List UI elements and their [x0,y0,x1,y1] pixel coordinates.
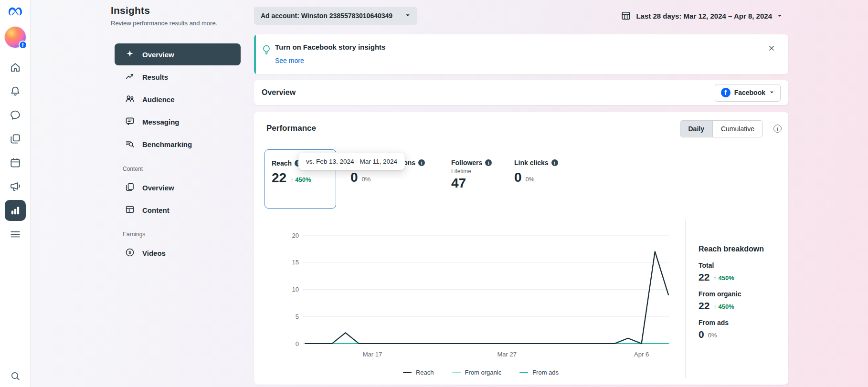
see-more-link[interactable]: See more [275,57,304,64]
sidebar-item-label: Overview [142,51,174,59]
overview-title: Overview [262,88,296,97]
info-icon[interactable]: i [418,159,425,166]
lightbulb-icon [261,44,272,58]
sidebar-item-audience[interactable]: Audience [115,88,241,110]
metric-value: 0 [514,171,522,184]
main-content: Ad account: Winston 23855783010640349 La… [254,0,788,387]
insights-active-tile [5,200,26,221]
toggle-cumulative[interactable]: Cumulative [712,121,762,137]
meta-logo-icon[interactable] [7,6,24,17]
breakdown-label: Total [699,261,782,269]
metric-value: 0 [350,171,358,184]
breakdown-row-organic: From organic 22 ↑ 450% [699,290,782,311]
platform-selector[interactable]: f Facebook [715,84,781,102]
facebook-icon: f [721,88,730,97]
date-range-selector[interactable]: Last 28 days: Mar 12, 2024 – Apr 8, 2024 [621,10,783,21]
section-label-earnings: Earnings [123,231,241,238]
all-tools-menu-icon[interactable] [4,222,27,246]
planner-calendar-icon[interactable] [4,151,27,175]
facebook-badge-icon: f [19,41,27,49]
metric-followers[interactable]: Followers i Lifetime 47 [451,159,492,190]
breakdown-title: Reach breakdown [699,245,782,253]
ad-account-selector[interactable]: Ad account: Winston 23855783010640349 [254,7,417,25]
story-insights-banner: Turn on Facebook story insights See more [254,34,788,74]
page-avatar[interactable]: f [5,27,26,48]
info-icon[interactable]: i [773,125,782,133]
app-root: f Insights [0,0,868,387]
insights-icon[interactable] [4,199,27,222]
info-icon[interactable]: i [485,159,492,166]
platform-label: Facebook [734,89,765,96]
info-icon[interactable]: i [551,159,558,166]
sidebar-item-label: Overview [142,184,174,192]
dollar-circle-icon: $ [125,247,135,259]
chart-legend: Reach From organic From ads [283,369,679,376]
svg-text:Apr 6: Apr 6 [634,351,649,358]
legend-reach[interactable]: Reach [403,369,434,376]
metric-label: Reach [272,159,292,167]
clipboard-icon [125,182,135,194]
sidebar-item-label: Benchmarking [142,140,192,148]
people-icon [125,94,135,105]
svg-text:15: 15 [292,259,299,266]
metric-label: Link clicks [514,159,549,167]
daily-cumulative-toggle: Daily Cumulative [680,120,763,137]
metric-value: 22 [272,171,286,185]
notifications-icon[interactable] [4,79,27,103]
sidebar-item-content-overview[interactable]: Overview [115,177,241,199]
table-grid-icon [125,204,135,216]
left-rail: f [0,0,31,387]
posts-content-icon[interactable] [4,127,27,151]
date-range-label: Last 28 days: Mar 12, 2024 – Apr 8, 2024 [636,12,772,20]
breakdown-value: 22 [699,301,709,311]
up-arrow-icon: ↑ [290,176,294,183]
performance-card: Performance Daily Cumulative i Reach i 2… [254,112,788,385]
svg-text:10: 10 [292,286,299,293]
search-icon[interactable] [0,364,31,387]
sidebar-item-benchmarking[interactable]: Benchmarking [115,133,241,155]
metric-sublabel: Lifetime [451,168,492,175]
banner-title: Turn on Facebook story insights [275,43,385,51]
breakdown-row-total: Total 22 ↑ 450% [699,261,782,282]
benchmark-search-icon [125,138,135,150]
sidebar-item-videos[interactable]: $ Videos [115,242,241,264]
toggle-daily[interactable]: Daily [680,121,712,137]
svg-text:$: $ [128,250,131,255]
metric-delta: 0% [526,176,535,183]
ad-account-label: Ad account: Winston 23855783010640349 [261,12,392,20]
sidebar-item-label: Audience [142,95,175,104]
overview-bar: Overview f Facebook [254,80,788,105]
home-icon[interactable] [4,55,27,79]
caret-down-icon [777,12,783,20]
section-label-content: Content [123,166,241,172]
metric-delta: 450% [295,176,311,183]
legend-swatch [452,372,461,374]
insights-sidebar: Insights Review performance results and … [31,0,254,387]
sidebar-item-label: Messaging [142,118,180,126]
sidebar-nav: Overview Results Audience Messaging Benc… [115,43,241,264]
metric-value: 47 [451,177,466,190]
legend-from-organic[interactable]: From organic [452,369,502,376]
svg-text:20: 20 [292,232,299,239]
legend-swatch [403,372,412,374]
sparkle-icon [125,49,135,61]
sidebar-item-messaging[interactable]: Messaging [115,111,241,133]
reach-breakdown-panel: Reach breakdown Total 22 ↑ 450% From org… [699,245,782,339]
breakdown-value: 22 [699,272,709,282]
sidebar-item-content[interactable]: Content [115,199,241,221]
topbar: Ad account: Winston 23855783010640349 La… [254,7,788,25]
sidebar-item-overview[interactable]: Overview [115,43,241,65]
ads-megaphone-icon[interactable] [4,175,27,199]
up-arrow-icon: ↑ [713,303,717,310]
breakdown-delta: 450% [718,274,734,282]
sidebar-item-results[interactable]: Results [115,66,241,88]
close-icon[interactable] [764,41,779,55]
performance-title: Performance [266,124,316,133]
inbox-chat-icon[interactable] [4,103,27,127]
sidebar-item-label: Results [142,73,168,81]
sidebar-item-label: Videos [142,249,166,257]
chat-lines-icon [125,116,135,128]
legend-from-ads[interactable]: From ads [519,369,559,376]
trend-arrow-icon [125,71,135,83]
metric-link-clicks[interactable]: Link clicks i 0 0% [514,159,558,184]
